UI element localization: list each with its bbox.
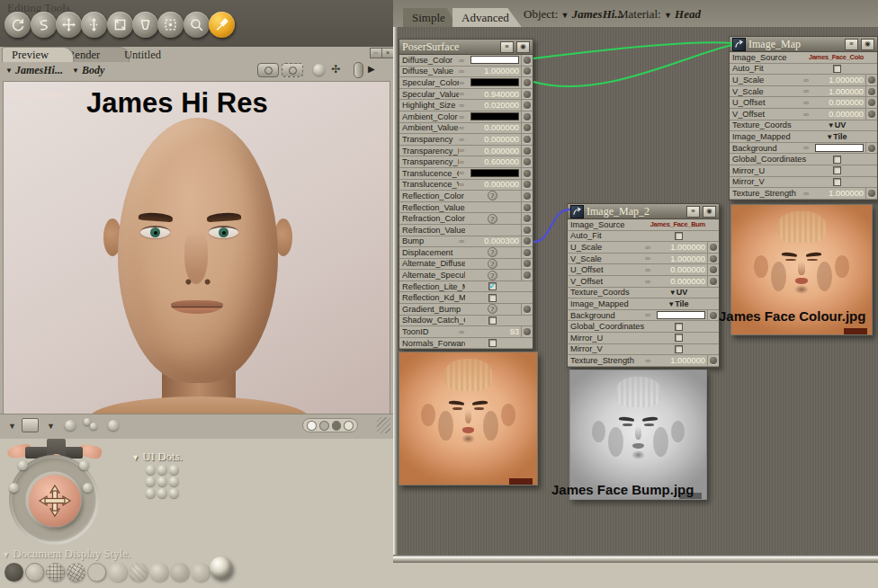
checkbox[interactable] bbox=[488, 294, 497, 302]
move-camera-icon[interactable]: ✣ bbox=[331, 63, 340, 76]
numeric-value[interactable]: 0.600000 bbox=[484, 157, 519, 166]
node-row-v_scale[interactable]: V_Scale∞1.000000 bbox=[568, 254, 719, 265]
plug-socket[interactable] bbox=[521, 156, 533, 167]
image-source-value[interactable]: James_Face_Colo bbox=[809, 53, 864, 61]
camera-dolly-icon[interactable] bbox=[282, 63, 303, 77]
node-row-mirror_v[interactable]: Mirror_V bbox=[730, 177, 877, 189]
tab-simple[interactable]: Simple bbox=[403, 8, 458, 27]
plug-socket[interactable] bbox=[521, 111, 533, 122]
plug-socket[interactable] bbox=[707, 264, 719, 275]
node-row-image_source[interactable]: Image_SourceJames_Face_Colo bbox=[730, 52, 877, 64]
animation-link-icon[interactable]: ∞ bbox=[803, 111, 809, 119]
plug-knob-icon[interactable] bbox=[524, 158, 531, 165]
color-swatch[interactable] bbox=[815, 144, 864, 152]
animation-link-icon[interactable]: ∞ bbox=[459, 67, 464, 76]
animation-link-icon[interactable]: ∞ bbox=[803, 144, 809, 152]
plug-socket[interactable] bbox=[521, 134, 533, 145]
scale-tool-button[interactable] bbox=[107, 12, 133, 38]
plug-knob-icon[interactable] bbox=[710, 357, 717, 364]
translate-in-out-tool-button[interactable] bbox=[81, 12, 107, 38]
node-row-auto_fit[interactable]: Auto_Fit bbox=[730, 64, 877, 76]
node-row-reflection_value[interactable]: Reflection_Value bbox=[399, 202, 533, 214]
object-selector[interactable]: Object: ▼ JamesHi... bbox=[524, 7, 623, 22]
node-menu-icon[interactable]: ≡ bbox=[686, 206, 700, 218]
ui-dot[interactable] bbox=[169, 477, 179, 486]
view-magnifier-tool-button[interactable] bbox=[184, 12, 210, 38]
ui-dot[interactable] bbox=[157, 488, 167, 498]
plug-socket[interactable] bbox=[521, 225, 533, 236]
plug-socket[interactable] bbox=[865, 75, 877, 85]
camera-trackball[interactable] bbox=[29, 475, 81, 527]
plug-knob-icon[interactable] bbox=[524, 204, 531, 211]
plug-knob-icon[interactable] bbox=[710, 278, 717, 285]
plug-knob-icon[interactable] bbox=[524, 124, 531, 131]
animation-link-icon[interactable]: ∞ bbox=[459, 237, 464, 245]
animation-link-icon[interactable]: ∞ bbox=[459, 124, 464, 132]
animation-link-icon[interactable]: ∞ bbox=[803, 99, 809, 107]
plug-knob-icon[interactable] bbox=[524, 67, 531, 75]
plug-socket[interactable] bbox=[521, 304, 533, 315]
node-row-toonid[interactable]: ToonID∞93 bbox=[399, 326, 533, 338]
camera-view-icon[interactable] bbox=[257, 63, 279, 77]
plug-knob-icon[interactable] bbox=[710, 255, 717, 263]
node-row-ambient_color[interactable]: Ambient_Color∞ bbox=[399, 111, 533, 123]
plug-socket[interactable] bbox=[521, 55, 533, 66]
plug-socket[interactable] bbox=[865, 97, 877, 108]
chevron-down-icon[interactable]: ▼ bbox=[131, 453, 139, 462]
plug-knob-icon[interactable] bbox=[524, 181, 531, 188]
node-row-reflection_lite_mult[interactable]: Reflection_Lite_Mult✓ bbox=[399, 281, 533, 293]
image-source-value[interactable]: James_Face_Bum bbox=[650, 220, 705, 228]
numeric-value[interactable]: 1.000000 bbox=[829, 189, 864, 198]
node-row-displacement[interactable]: Displacement? bbox=[399, 247, 533, 259]
node-row-transparency[interactable]: Transparency∞0.000000 bbox=[399, 134, 533, 146]
camera-preset-dot[interactable] bbox=[9, 483, 19, 493]
numeric-value[interactable]: 0.000000 bbox=[829, 98, 864, 107]
numeric-value[interactable]: 1.000000 bbox=[829, 76, 864, 85]
chevron-down-icon[interactable]: ▼ bbox=[47, 422, 55, 431]
node-row-texture_strength[interactable]: Texture_Strength∞1.000000 bbox=[568, 355, 719, 367]
twist-tool-button[interactable] bbox=[31, 12, 57, 38]
tracking-mode-selector[interactable] bbox=[302, 418, 358, 432]
plug-knob-icon[interactable] bbox=[868, 76, 875, 84]
plug-knob-icon[interactable] bbox=[524, 136, 531, 143]
numeric-value[interactable]: 0.000000 bbox=[670, 277, 705, 286]
node-row-alternate_diffuse[interactable]: Alternate_Diffuse? bbox=[399, 259, 533, 271]
plug-socket[interactable] bbox=[521, 123, 533, 134]
window-resize-icon[interactable]: ⇔ bbox=[370, 48, 382, 58]
plug-knob-icon[interactable] bbox=[524, 147, 531, 155]
ui-dot[interactable] bbox=[157, 477, 167, 486]
node-row-reflection_kd_mult[interactable]: Reflection_Kd_Mult bbox=[399, 292, 533, 304]
plug-knob-icon[interactable] bbox=[524, 170, 531, 177]
multi-sphere-icon[interactable] bbox=[90, 423, 97, 430]
node-row-translucence_value[interactable]: Translucence_Value∞0.000000 bbox=[399, 180, 533, 192]
checkbox[interactable] bbox=[488, 339, 497, 347]
display-style-smooth-lined[interactable] bbox=[129, 563, 148, 582]
plug-knob-icon[interactable] bbox=[868, 145, 875, 152]
dropdown-value[interactable]: ▼UV bbox=[669, 288, 687, 297]
animation-link-icon[interactable]: ∞ bbox=[803, 87, 809, 95]
plug-knob-icon[interactable] bbox=[524, 249, 531, 256]
display-style-preview-ball[interactable] bbox=[210, 557, 232, 579]
plug-socket[interactable] bbox=[865, 109, 877, 120]
animation-link-icon[interactable]: ∞ bbox=[459, 181, 464, 189]
animation-link-icon[interactable]: ∞ bbox=[645, 311, 650, 319]
question-badge-icon[interactable]: ? bbox=[488, 304, 497, 314]
dropdown-value[interactable]: ▼UV bbox=[828, 120, 846, 129]
plug-knob-icon[interactable] bbox=[868, 190, 875, 197]
dropdown-value[interactable]: ▼Tile bbox=[667, 299, 688, 308]
node-row-specular_color[interactable]: Specular_Color∞ bbox=[399, 77, 533, 89]
checkbox-checked[interactable]: ✓ bbox=[488, 282, 497, 290]
plug-socket[interactable] bbox=[521, 146, 533, 156]
preview-resize-handle[interactable] bbox=[844, 328, 868, 334]
node-row-texture_coords[interactable]: Texture_Coords▼UV bbox=[568, 288, 719, 299]
plug-socket[interactable] bbox=[865, 86, 877, 97]
plug-socket[interactable] bbox=[521, 77, 533, 88]
taper-tool-button[interactable] bbox=[132, 12, 158, 38]
animation-link-icon[interactable]: ∞ bbox=[645, 278, 650, 286]
node-title-bar[interactable]: Image_Map_2≡◉ bbox=[568, 204, 719, 219]
bump-map-preview-image[interactable] bbox=[569, 370, 707, 500]
node-row-specular_value[interactable]: Specular_Value∞0.940000 bbox=[399, 89, 533, 101]
plug-socket[interactable] bbox=[521, 202, 533, 213]
plug-socket[interactable] bbox=[707, 242, 719, 253]
checkbox[interactable] bbox=[833, 166, 841, 174]
